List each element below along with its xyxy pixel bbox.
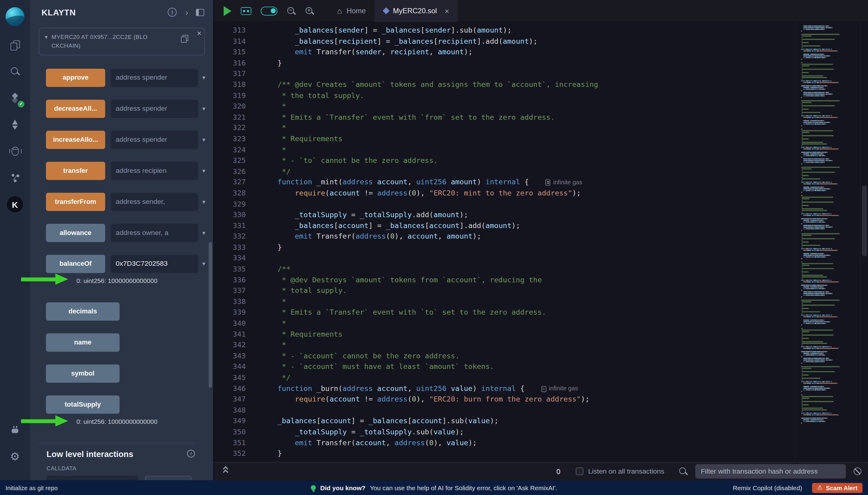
collapse-panel-icon[interactable]: ›	[185, 8, 188, 17]
scrollbar-thumb[interactable]	[862, 186, 867, 256]
code-line-335[interactable]: 335 /**	[214, 263, 795, 274]
transfer-button[interactable]: transfer	[46, 161, 105, 180]
expand-params-icon[interactable]: ▾	[202, 105, 205, 112]
copilot-status[interactable]: Remix Copilot (disabled)	[733, 484, 802, 491]
expand-params-icon[interactable]: ▾	[202, 260, 205, 267]
code-line-350[interactable]: 350 _totalSupply = _totalSupply.sub(valu…	[214, 427, 795, 438]
balanceof-button[interactable]: balanceOf	[46, 255, 105, 273]
git-init-button[interactable]: Initialize as git repo	[5, 484, 58, 491]
run-button[interactable]	[224, 6, 232, 16]
totalsupply-button[interactable]: totalSupply	[46, 395, 119, 413]
transact-button[interactable]: Transact	[145, 475, 192, 480]
code-line-342[interactable]: 342 *	[214, 340, 795, 351]
transaction-filter-input[interactable]	[695, 464, 846, 479]
editor-toggle[interactable]	[261, 6, 277, 15]
code-line-317[interactable]: 317	[214, 68, 795, 79]
file-explorer-icon[interactable]	[4, 34, 25, 55]
clear-console-icon[interactable]	[853, 467, 861, 475]
code-line-347[interactable]: 347 require(account != address(0), "ERC2…	[214, 394, 795, 405]
code-line-349[interactable]: 349 _balances[account] = _balances[accou…	[214, 416, 795, 427]
expand-terminal-icon[interactable]	[224, 468, 228, 475]
calldata-input[interactable]	[47, 475, 138, 480]
git-icon[interactable]	[4, 167, 25, 189]
editor-scrollbar[interactable]	[860, 22, 868, 462]
info-icon[interactable]: i	[187, 450, 195, 458]
approve-button[interactable]: approve	[46, 68, 105, 87]
code-line-339[interactable]: 339 * Emits a `Transfer` event with `to`…	[214, 307, 795, 318]
code-line-338[interactable]: 338 *	[214, 296, 795, 307]
allowance-input[interactable]	[111, 223, 198, 242]
code-line-352[interactable]: 352 }	[214, 448, 795, 459]
decreaseall-input[interactable]	[111, 100, 198, 118]
code-line-315[interactable]: 315 emit Transfer(sender, recipient, amo…	[214, 47, 795, 57]
code-line-313[interactable]: 313 _balances[sender] = _balances[sender…	[214, 25, 795, 36]
code-line-346[interactable]: 346 function _burn(address account, uint…	[214, 383, 795, 394]
code-line-341[interactable]: 341 * Requirements	[214, 329, 795, 340]
plugin-manager-icon[interactable]	[4, 419, 25, 440]
code-editor[interactable]: 313 _balances[sender] = _balances[sender…	[214, 22, 795, 462]
code-line-325[interactable]: 325 * - `to` cannot be the zero address.	[214, 155, 795, 166]
klaytn-plugin-icon[interactable]: K	[4, 194, 25, 215]
increaseallo-input[interactable]	[111, 130, 198, 149]
script-runner-icon[interactable]	[241, 7, 251, 15]
code-line-343[interactable]: 343 * - `account` cannot be the zero add…	[214, 351, 795, 361]
decreaseall-button[interactable]: decreaseAll...	[46, 100, 105, 118]
terminal-search-icon[interactable]	[679, 467, 687, 476]
remove-contract-icon[interactable]: ×	[197, 29, 201, 37]
expand-params-icon[interactable]: ▾	[202, 229, 205, 236]
code-line-348[interactable]: 348	[214, 405, 795, 416]
tab-myerc20-sol[interactable]: MyERC20.sol ×	[375, 0, 458, 22]
code-line-331[interactable]: 331 _balances[account] = _balances[accou…	[214, 220, 795, 231]
code-line-327[interactable]: 327 function _mint(address account, uint…	[214, 177, 795, 188]
code-line-340[interactable]: 340 *	[214, 318, 795, 329]
code-line-345[interactable]: 345 */	[214, 372, 795, 383]
code-line-333[interactable]: 333 }	[214, 242, 795, 253]
code-line-323[interactable]: 323 * Requirements	[214, 133, 795, 144]
chevron-down-icon[interactable]: ▾	[45, 33, 48, 50]
approve-input[interactable]	[111, 68, 198, 87]
code-line-332[interactable]: 332 emit Transfer(address(0), account, a…	[214, 231, 795, 242]
panel-layout-icon[interactable]	[196, 8, 205, 16]
editor-minimap[interactable]	[795, 22, 861, 462]
tab-home[interactable]: ⌂ Home	[328, 0, 375, 22]
solidity-compiler-icon[interactable]: ✓	[4, 87, 25, 108]
code-line-330[interactable]: 330 _totalSupply = _totalSupply.add(amou…	[214, 209, 795, 220]
expand-params-icon[interactable]: ▾	[202, 74, 205, 81]
search-icon[interactable]	[4, 61, 25, 82]
code-line-328[interactable]: 328 require(account != address(0), "ERC2…	[214, 188, 795, 199]
deployed-contract-card[interactable]: ▾ MYERC20 AT 0X957...2CC2E (BLOCKCHAIN) …	[39, 28, 205, 55]
code-line-326[interactable]: 326 */	[214, 166, 795, 177]
name-button[interactable]: name	[46, 333, 119, 352]
transferfrom-button[interactable]: transferFrom	[46, 192, 105, 211]
listen-all-transactions-checkbox[interactable]	[576, 467, 584, 475]
increaseallo-button[interactable]: increaseAllo...	[46, 130, 105, 149]
scam-alert-badge[interactable]: ⚠ Scam Alert	[812, 483, 863, 493]
code-line-316[interactable]: 316 }	[214, 57, 795, 68]
code-line-336[interactable]: 336 * @dev Destroys `amount` tokens from…	[214, 274, 795, 285]
code-line-334[interactable]: 334	[214, 253, 795, 263]
decimals-button[interactable]: decimals	[46, 302, 119, 321]
code-line-329[interactable]: 329	[214, 199, 795, 209]
code-line-318[interactable]: 318 /** @dev Creates `amount` tokens and…	[214, 79, 795, 90]
transferfrom-input[interactable]	[111, 192, 198, 211]
balanceof-input[interactable]	[111, 255, 198, 273]
code-line-337[interactable]: 337 * total supply.	[214, 285, 795, 296]
expand-params-icon[interactable]: ▾	[202, 198, 205, 205]
zoom-in-icon[interactable]: +	[305, 6, 314, 15]
zoom-out-icon[interactable]: −	[287, 6, 296, 15]
allowance-button[interactable]: allowance	[46, 223, 105, 242]
deploy-run-icon[interactable]	[4, 114, 25, 135]
code-line-321[interactable]: 321 * Emits a `Transfer` event with `fro…	[214, 112, 795, 122]
code-line-324[interactable]: 324 *	[214, 144, 795, 155]
code-line-319[interactable]: 319 * the total supply.	[214, 90, 795, 101]
debugger-icon[interactable]	[4, 140, 25, 162]
transfer-input[interactable]	[111, 161, 198, 180]
alert-icon[interactable]: !	[167, 8, 176, 17]
close-tab-icon[interactable]: ×	[445, 6, 449, 15]
code-line-320[interactable]: 320 *	[214, 101, 795, 112]
code-line-322[interactable]: 322 *	[214, 122, 795, 133]
code-line-314[interactable]: 314 _balances[recipient] = _balances[rec…	[214, 36, 795, 47]
symbol-button[interactable]: symbol	[46, 364, 119, 382]
code-line-351[interactable]: 351 emit Transfer(account, address(0), v…	[214, 438, 795, 448]
expand-params-icon[interactable]: ▾	[202, 136, 205, 143]
